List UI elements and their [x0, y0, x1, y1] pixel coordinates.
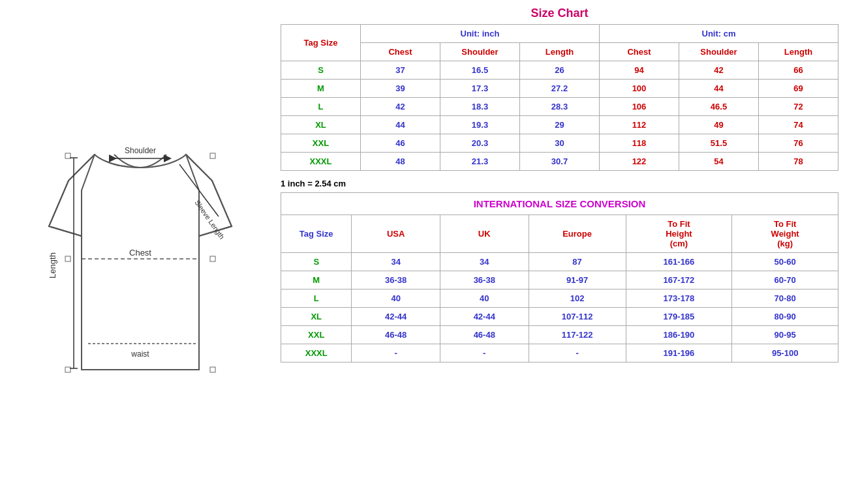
intl-value-cell: 91-97: [529, 271, 626, 289]
intl-value-cell: 167-172: [626, 271, 732, 289]
svg-rect-2: [210, 153, 215, 158]
table-row: S343487161-16650-60: [281, 253, 838, 271]
inch-col-header: Length: [520, 43, 600, 61]
table-row: M3917.327.21004469: [281, 80, 838, 98]
tag-size-cell: S: [281, 61, 361, 80]
intl-value-cell: 102: [529, 289, 626, 308]
intl-tag-size-cell: XXXL: [281, 344, 352, 363]
table-row: L4040102173-17870-80: [281, 289, 838, 308]
waist-label: waist: [131, 349, 149, 359]
tag-size-cell: M: [281, 80, 361, 98]
intl-col-header: To FitWeight(kg): [732, 215, 838, 253]
inch-value-cell: 42: [361, 98, 440, 116]
intl-value-cell: 42-44: [352, 308, 440, 326]
intl-value-cell: 87: [529, 253, 626, 271]
intl-value-cell: -: [352, 344, 440, 363]
intl-value-cell: 191-196: [626, 344, 732, 363]
unit-cm-header: Unit: cm: [600, 25, 838, 43]
conversion-note: 1 inch = 2.54 cm: [281, 175, 838, 192]
intl-value-cell: 173-178: [626, 289, 732, 308]
inch-value-cell: 39: [361, 80, 440, 98]
inch-value-cell: 27.2: [520, 80, 600, 98]
cm-col-header: Length: [759, 43, 838, 61]
intl-value-cell: 107-112: [529, 308, 626, 326]
table-row: XL42-4442-44107-112179-18580-90: [281, 308, 838, 326]
cm-value-cell: 69: [759, 80, 838, 98]
inch-value-cell: 17.3: [440, 80, 520, 98]
inch-col-header: Shoulder: [440, 43, 520, 61]
inch-value-cell: 19.3: [440, 116, 520, 134]
intl-value-cell: 117-122: [529, 326, 626, 344]
svg-rect-4: [210, 367, 215, 372]
inch-value-cell: 30.7: [520, 153, 600, 171]
table-row: XXL4620.33011851.576: [281, 134, 838, 153]
intl-value-cell: -: [440, 344, 529, 363]
intl-value-cell: 161-166: [626, 253, 732, 271]
intl-value-cell: 46-48: [440, 326, 529, 344]
shoulder-label: Shoulder: [125, 146, 156, 155]
cm-value-cell: 122: [600, 153, 679, 171]
inch-value-cell: 21.3: [440, 153, 520, 171]
intl-value-cell: 34: [440, 253, 529, 271]
chest-label: Chest: [129, 248, 151, 258]
intl-value-cell: 179-185: [626, 308, 732, 326]
inch-col-header: Chest: [361, 43, 440, 61]
size-chart-title: Size Chart: [281, 7, 838, 20]
inch-value-cell: 48: [361, 153, 440, 171]
intl-value-cell: 36-38: [440, 271, 529, 289]
inch-value-cell: 20.3: [440, 134, 520, 153]
cm-value-cell: 44: [679, 80, 759, 98]
svg-rect-1: [65, 153, 70, 158]
cm-value-cell: 66: [759, 61, 838, 80]
table-row: XXL46-4846-48117-122186-19090-95: [281, 326, 838, 344]
intl-tag-size-cell: S: [281, 253, 352, 271]
intl-tag-size-cell: XXL: [281, 326, 352, 344]
right-panel: Size Chart Tag Size Unit: inch Unit: cm …: [281, 0, 845, 504]
cm-value-cell: 46.5: [679, 98, 759, 116]
intl-col-header: Europe: [529, 215, 626, 253]
inch-value-cell: 18.3: [440, 98, 520, 116]
table-row: XXXL---191-19695-100: [281, 344, 838, 363]
size-chart-table: Tag Size Unit: inch Unit: cm ChestShould…: [281, 24, 838, 171]
intl-value-cell: 34: [352, 253, 440, 271]
intl-value-cell: 60-70: [732, 271, 838, 289]
intl-tag-size-header: Tag Size: [281, 215, 352, 253]
tshirt-diagram: Shoulder Sleeve Length Chest Length wais…: [29, 96, 251, 409]
intl-value-cell: 80-90: [732, 308, 838, 326]
cm-col-header: Shoulder: [679, 43, 759, 61]
intl-value-cell: -: [529, 344, 626, 363]
diagram-panel: Shoulder Sleeve Length Chest Length wais…: [0, 0, 281, 504]
inch-value-cell: 29: [520, 116, 600, 134]
intl-value-cell: 40: [440, 289, 529, 308]
cm-value-cell: 74: [759, 116, 838, 134]
intl-conversion-table: Tag SizeUSAUKEuropeTo FitHeight(cm)To Fi…: [281, 215, 838, 363]
unit-inch-header: Unit: inch: [361, 25, 600, 43]
table-row: XL4419.3291124974: [281, 116, 838, 134]
intl-value-cell: 36-38: [352, 271, 440, 289]
inch-value-cell: 28.3: [520, 98, 600, 116]
intl-value-cell: 50-60: [732, 253, 838, 271]
tag-size-header: Tag Size: [281, 25, 361, 61]
tag-size-cell: XXL: [281, 134, 361, 153]
cm-value-cell: 76: [759, 134, 838, 153]
cm-value-cell: 112: [600, 116, 679, 134]
intl-value-cell: 46-48: [352, 326, 440, 344]
cm-value-cell: 100: [600, 80, 679, 98]
inch-value-cell: 44: [361, 116, 440, 134]
tag-size-cell: XXXL: [281, 153, 361, 171]
intl-col-header: UK: [440, 215, 529, 253]
cm-value-cell: 118: [600, 134, 679, 153]
length-label: Length: [48, 252, 57, 278]
intl-conversion-title: INTERNATIONAL SIZE CONVERSION: [281, 192, 838, 215]
intl-tag-size-cell: XL: [281, 308, 352, 326]
cm-value-cell: 106: [600, 98, 679, 116]
intl-col-header: USA: [352, 215, 440, 253]
svg-rect-5: [65, 256, 70, 261]
intl-value-cell: 42-44: [440, 308, 529, 326]
inch-value-cell: 46: [361, 134, 440, 153]
cm-col-header: Chest: [600, 43, 679, 61]
table-row: L4218.328.310646.572: [281, 98, 838, 116]
svg-rect-3: [65, 367, 70, 372]
table-row: XXXL4821.330.71225478: [281, 153, 838, 171]
svg-rect-6: [210, 256, 215, 261]
